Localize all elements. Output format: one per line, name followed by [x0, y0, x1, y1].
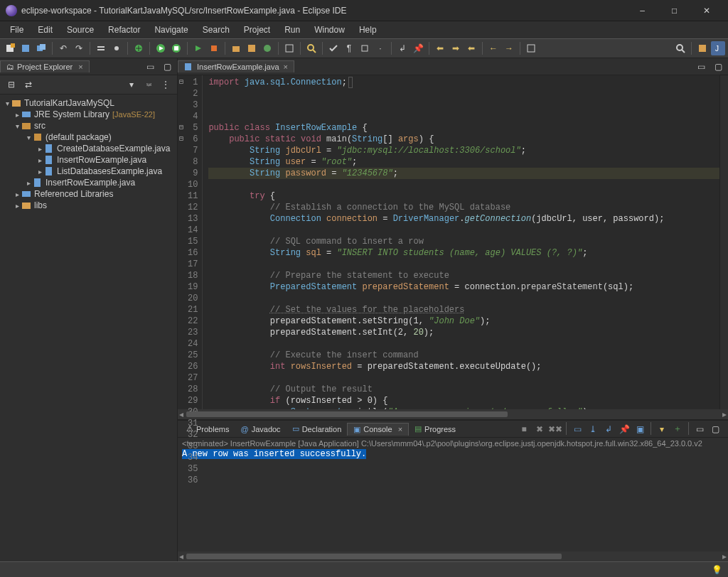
display-console-icon[interactable]: ▣: [633, 422, 647, 436]
overview-ruler[interactable]: [719, 75, 728, 409]
window-maximize-button[interactable]: □: [658, 0, 690, 21]
terminate-icon[interactable]: ■: [517, 422, 531, 436]
toggle-mark-icon[interactable]: [326, 41, 341, 55]
close-icon[interactable]: ×: [284, 63, 288, 71]
svg-text:J: J: [715, 45, 719, 53]
menu-source[interactable]: Source: [60, 21, 101, 38]
tree-ref-lib[interactable]: ▸ Referenced Libraries: [0, 188, 177, 200]
block-sel-icon[interactable]: [358, 41, 372, 55]
maximize-view-icon[interactable]: ▢: [160, 60, 174, 74]
project-tree[interactable]: ▾ TutorialKartJavaMySQL ▸ JRE System Lib…: [0, 95, 177, 561]
menu-window[interactable]: Window: [307, 21, 352, 38]
tree-file[interactable]: ▸ ListDatabasesExample.java: [0, 166, 177, 177]
zoom-icon[interactable]: [524, 41, 538, 55]
remove-all-icon[interactable]: ✖✖: [548, 422, 562, 436]
window-minimize-button[interactable]: –: [626, 0, 658, 21]
new-console-icon[interactable]: ＋: [670, 422, 685, 436]
nav-fwd-icon[interactable]: ➡: [449, 41, 463, 55]
window-close-button[interactable]: ✕: [690, 0, 722, 21]
code-editor[interactable]: ⊟1234⊟5⊟67891011121314151617181920212223…: [178, 75, 728, 409]
fwd-arrow-icon[interactable]: →: [502, 41, 516, 55]
open-perspective-icon[interactable]: [695, 41, 710, 55]
java-perspective-icon[interactable]: J: [711, 41, 725, 55]
whitespace-icon[interactable]: ·: [373, 41, 387, 55]
tab-declaration[interactable]: ▭Declaration: [287, 423, 348, 435]
project-icon: [11, 98, 21, 108]
maximize-bottom-icon[interactable]: ▢: [708, 422, 722, 436]
tree-file[interactable]: ▸ CreateDatabaseExample.java: [0, 143, 177, 154]
filter-icon[interactable]: ▾: [124, 77, 139, 92]
menu-search[interactable]: Search: [196, 21, 237, 38]
menu-file[interactable]: File: [3, 21, 31, 38]
nav-back-icon[interactable]: ⬅: [433, 41, 447, 55]
switch-editor-icon[interactable]: [94, 41, 108, 55]
pin-icon[interactable]: 📌: [411, 41, 425, 55]
pin-console-icon[interactable]: 📌: [617, 422, 631, 436]
debug-icon[interactable]: [132, 41, 146, 55]
new-icon[interactable]: [3, 41, 17, 55]
save-icon[interactable]: [18, 41, 33, 55]
run-last-icon[interactable]: [191, 41, 205, 55]
svg-rect-1: [11, 43, 15, 48]
tab-console[interactable]: ▣Console×: [347, 423, 409, 436]
svg-point-7: [114, 46, 119, 50]
svg-rect-25: [699, 45, 706, 52]
svg-rect-12: [174, 46, 178, 50]
minimize-bottom-icon[interactable]: ▭: [692, 422, 707, 436]
clear-console-icon[interactable]: ▭: [570, 422, 584, 436]
svg-rect-27: [12, 100, 21, 107]
scroll-lock-icon[interactable]: ⤓: [586, 422, 600, 436]
nav-last-icon[interactable]: ⬅: [464, 41, 478, 55]
console-output[interactable]: A new row was inserted successfully.: [178, 449, 728, 551]
open-console-icon[interactable]: ▾: [655, 422, 669, 436]
quick-access-icon[interactable]: [673, 41, 687, 55]
menu-refactor[interactable]: Refactor: [101, 21, 147, 38]
tree-src[interactable]: ▾ src: [0, 120, 177, 131]
menu-help[interactable]: Help: [352, 21, 384, 38]
remove-launch-icon[interactable]: ✖: [532, 422, 547, 436]
tab-javadoc[interactable]: @Javadoc: [235, 424, 286, 435]
collapse-all-icon[interactable]: ⊟: [4, 77, 18, 92]
editor-tab-active[interactable]: InsertRowExample.java ×: [178, 60, 294, 72]
tree-file[interactable]: ▸ InsertRowExample.java: [0, 154, 177, 166]
tip-bulb-icon[interactable]: 💡: [712, 565, 722, 575]
undo-icon[interactable]: ↶: [56, 41, 70, 55]
new-class-icon[interactable]: [260, 41, 274, 55]
menu-navigate[interactable]: Navigate: [147, 21, 195, 38]
wrap-icon[interactable]: ↲: [395, 41, 410, 55]
coverage-icon[interactable]: [169, 41, 183, 55]
annotation-icon[interactable]: ¶: [342, 41, 356, 55]
run-icon[interactable]: [154, 41, 168, 55]
editor-horizontal-scrollbar[interactable]: ◂ ▸: [178, 409, 728, 419]
open-type-icon[interactable]: [282, 41, 296, 55]
minimize-view-icon[interactable]: ▭: [143, 60, 157, 74]
line-number-gutter[interactable]: ⊟1234⊟5⊟67891011121314151617181920212223…: [178, 75, 203, 409]
new-java-project-icon[interactable]: [229, 41, 243, 55]
new-package-icon[interactable]: [245, 41, 259, 55]
console-horizontal-scrollbar[interactable]: ◂ ▸: [178, 551, 728, 561]
link-editor-icon[interactable]: ⇄: [21, 77, 36, 92]
project-explorer-tab[interactable]: 🗂 Project Explorer ×: [0, 60, 90, 72]
focus-icon[interactable]: ⎃: [141, 77, 156, 92]
tab-progress[interactable]: ▤Progress: [409, 423, 461, 435]
build-icon[interactable]: [109, 41, 124, 55]
tree-jre[interactable]: ▸ JRE System Library [JavaSE-22]: [0, 109, 177, 120]
word-wrap-icon[interactable]: ↲: [601, 422, 616, 436]
tree-project[interactable]: ▾ TutorialKartJavaMySQL: [0, 97, 177, 109]
menu-run[interactable]: Run: [277, 21, 307, 38]
back-arrow-icon[interactable]: ←: [486, 41, 500, 55]
minimize-editor-icon[interactable]: ▭: [694, 60, 708, 74]
view-menu-icon[interactable]: ⋮: [159, 77, 173, 92]
menu-edit[interactable]: Edit: [31, 21, 60, 38]
search-icon[interactable]: [304, 41, 318, 55]
close-icon[interactable]: ×: [78, 63, 82, 71]
tree-file[interactable]: ▸ InsertRowExample.java: [0, 177, 177, 188]
tree-default-package[interactable]: ▾ (default package): [0, 131, 177, 143]
maximize-editor-icon[interactable]: ▢: [711, 60, 725, 74]
menu-project[interactable]: Project: [237, 21, 277, 38]
tree-libs[interactable]: ▸ libs: [0, 200, 177, 211]
ext-tools-icon[interactable]: [207, 41, 221, 55]
redo-icon[interactable]: ↷: [72, 41, 86, 55]
save-all-icon[interactable]: [34, 41, 48, 55]
close-icon[interactable]: ×: [398, 425, 402, 433]
